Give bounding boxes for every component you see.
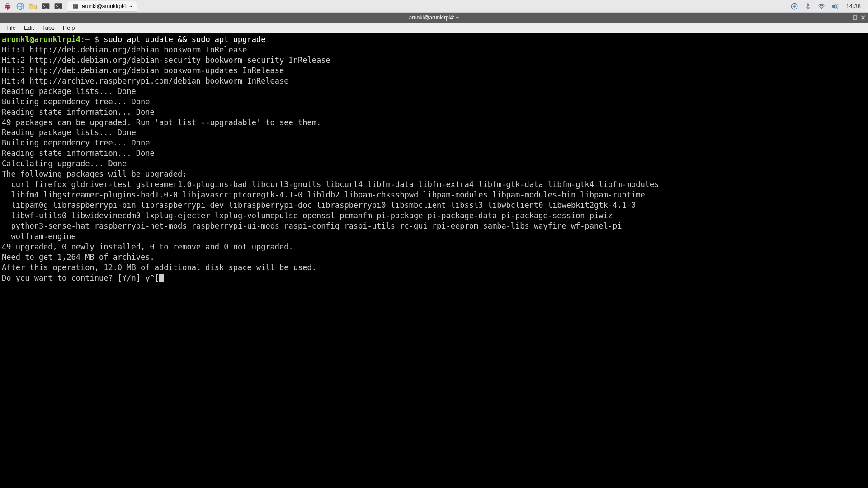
svg-text:>_: >_ [56, 4, 61, 8]
svg-point-3 [5, 6, 7, 8]
svg-point-4 [9, 6, 10, 8]
wifi-icon[interactable] [817, 2, 826, 11]
terminal-launcher-icon[interactable]: >_ [40, 1, 52, 12]
taskbar-right: 14:38 [790, 2, 866, 11]
window-titlebar[interactable]: arunkl@arunklrpi4: ~ [0, 13, 868, 23]
svg-text:>_: >_ [43, 4, 48, 8]
maximize-button[interactable] [852, 14, 858, 21]
volume-icon[interactable] [830, 2, 840, 11]
terminal-launcher-2-icon[interactable]: >_ [52, 1, 64, 12]
bluetooth-icon[interactable] [803, 2, 812, 11]
minimize-button[interactable] [844, 14, 850, 21]
terminal-icon: >_ [72, 3, 79, 10]
menubar: File Edit Tabs Help [0, 23, 868, 33]
cursor [159, 274, 164, 282]
menu-edit[interactable]: Edit [20, 23, 38, 32]
svg-point-0 [5, 4, 8, 6]
window-controls [844, 14, 866, 21]
browser-icon[interactable] [14, 1, 26, 12]
window-title: arunkl@arunklrpi4: ~ [409, 14, 459, 21]
task-tab-label: arunkl@arunklrpi4: ~ [82, 3, 132, 9]
taskbar-left: >_ >_ >_ arunkl@arunklrpi4: ~ [2, 1, 137, 12]
menu-file[interactable]: File [3, 23, 19, 32]
terminal-window: arunkl@arunklrpi4: ~ File Edit Tabs Help… [0, 13, 868, 488]
close-button[interactable] [860, 14, 866, 21]
svg-point-16 [821, 8, 822, 9]
terminal-body[interactable]: arunkl@arunklrpi4:~ $ sudo apt update &&… [0, 33, 868, 488]
file-manager-icon[interactable] [27, 1, 39, 12]
svg-point-5 [7, 8, 9, 9]
menu-tabs[interactable]: Tabs [38, 23, 58, 32]
menu-help[interactable]: Help [59, 23, 79, 32]
taskbar: >_ >_ >_ arunkl@arunklrpi4: ~ 14:38 [0, 0, 868, 13]
svg-rect-18 [853, 16, 857, 19]
svg-point-1 [8, 4, 10, 6]
clock[interactable]: 14:38 [844, 3, 863, 9]
svg-text:>_: >_ [74, 5, 77, 8]
raspberry-menu-icon[interactable] [2, 1, 14, 12]
updates-icon[interactable] [790, 2, 799, 11]
task-tab-terminal[interactable]: >_ arunkl@arunklrpi4: ~ [67, 1, 137, 12]
